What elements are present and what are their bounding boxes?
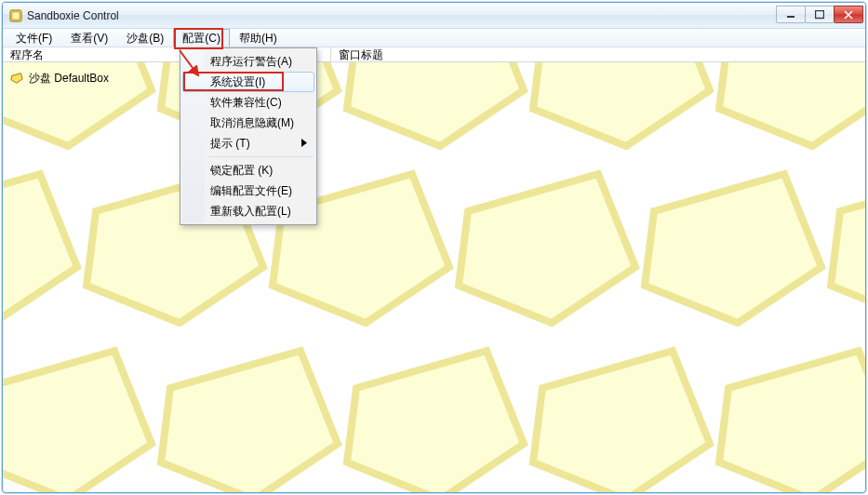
menuitem-software-compat[interactable]: 软件兼容性(C) (182, 92, 314, 113)
menu-view[interactable]: 查看(V) (61, 29, 117, 47)
config-dropdown: 程序运行警告(A) 系统设置(I) 软件兼容性(C) 取消消息隐藏(M) 提示 … (180, 47, 317, 225)
background-pattern (3, 62, 865, 492)
svg-marker-18 (533, 351, 710, 492)
menuitem-label: 编辑配置文件(E) (210, 183, 292, 199)
window-title: Sandboxie Control (27, 8, 777, 22)
menubar: 文件(F) 查看(V) 沙盘(B) 配置(C) 帮助(H) (3, 29, 865, 47)
close-button[interactable] (834, 6, 863, 23)
minimize-button[interactable] (776, 6, 806, 23)
svg-marker-8 (719, 62, 865, 146)
window-controls (777, 7, 863, 24)
svg-marker-15 (3, 351, 152, 492)
svg-rect-2 (787, 16, 795, 18)
svg-marker-16 (161, 351, 338, 492)
menuitem-label: 系统设置(I) (210, 74, 265, 90)
svg-marker-19 (719, 351, 865, 492)
svg-marker-9 (3, 174, 77, 323)
tree-row-label: 沙盘 DefaultBox (29, 71, 109, 87)
svg-marker-12 (459, 174, 635, 323)
menuitem-system-settings[interactable]: 系统设置(I) (182, 72, 314, 92)
svg-marker-7 (533, 62, 710, 146)
menuitem-label: 锁定配置 (K) (210, 163, 273, 179)
menuitem-reload-config[interactable]: 重新载入配置(L) (182, 201, 314, 221)
program-tree: 沙盘 DefaultBox (3, 62, 170, 87)
menuitem-lock-config[interactable]: 锁定配置 (K) (182, 160, 314, 181)
column-header-name[interactable]: 程序名 (3, 47, 51, 61)
svg-marker-20 (11, 74, 22, 84)
chevron-right-icon (301, 137, 307, 150)
menu-file[interactable]: 文件(F) (7, 29, 61, 47)
svg-marker-21 (301, 139, 307, 147)
menu-help[interactable]: 帮助(H) (230, 29, 287, 47)
column-header-title[interactable]: 窗口标题 (331, 47, 391, 61)
svg-rect-1 (12, 12, 20, 20)
svg-marker-14 (831, 174, 865, 323)
app-window: Sandboxie Control 文件(F) 查看(V) 沙盘(B) 配置(C… (2, 2, 866, 493)
menu-help-label: 帮助(H) (239, 31, 277, 47)
tree-row-defaultbox[interactable]: 沙盘 DefaultBox (10, 70, 170, 87)
menu-file-label: 文件(F) (16, 31, 52, 47)
menuitem-label: 程序运行警告(A) (210, 54, 292, 70)
menuitem-hide-messages[interactable]: 取消消息隐藏(M) (182, 113, 314, 133)
menu-sandbox[interactable]: 沙盘(B) (117, 29, 173, 47)
menuitem-hints[interactable]: 提示 (T) (182, 133, 314, 154)
list-header: 程序名 窗口标题 (3, 47, 865, 62)
maximize-button[interactable] (805, 6, 835, 23)
svg-marker-13 (645, 174, 821, 323)
menuitem-label: 取消消息隐藏(M) (210, 115, 294, 131)
svg-marker-6 (347, 62, 524, 146)
dropdown-separator (208, 156, 313, 157)
app-icon (8, 8, 23, 23)
sandbox-icon (10, 72, 23, 85)
menuitem-program-alerts[interactable]: 程序运行警告(A) (182, 51, 314, 72)
menuitem-label: 提示 (T) (210, 136, 250, 152)
svg-marker-17 (347, 351, 524, 492)
menuitem-edit-config[interactable]: 编辑配置文件(E) (182, 181, 314, 201)
menu-config[interactable]: 配置(C) (173, 29, 230, 47)
svg-rect-3 (816, 10, 824, 18)
client-area: 沙盘 DefaultBox (3, 62, 865, 492)
menu-config-label: 配置(C) (182, 31, 220, 47)
menuitem-label: 软件兼容性(C) (210, 95, 282, 111)
titlebar: Sandboxie Control (3, 3, 865, 29)
menu-sandbox-label: 沙盘(B) (127, 31, 164, 47)
menu-view-label: 查看(V) (71, 31, 108, 47)
menuitem-label: 重新载入配置(L) (210, 204, 291, 220)
